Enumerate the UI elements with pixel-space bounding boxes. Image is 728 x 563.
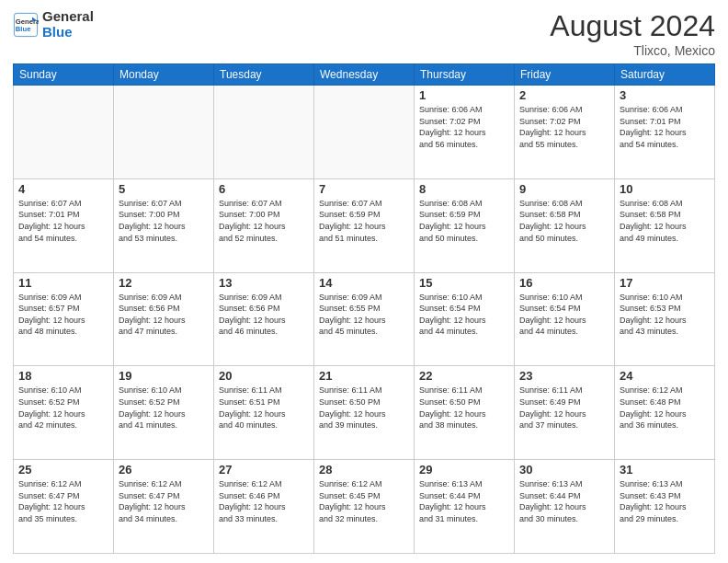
calendar-cell: 12Sunrise: 6:09 AM Sunset: 6:56 PM Dayli… bbox=[114, 272, 214, 366]
day-info: Sunrise: 6:10 AM Sunset: 6:53 PM Dayligh… bbox=[620, 292, 710, 338]
day-info: Sunrise: 6:10 AM Sunset: 6:54 PM Dayligh… bbox=[519, 292, 609, 338]
weekday-header-monday: Monday bbox=[114, 64, 214, 86]
day-number: 13 bbox=[219, 276, 309, 290]
day-number: 9 bbox=[519, 182, 609, 196]
day-number: 24 bbox=[620, 369, 710, 383]
svg-text:Blue: Blue bbox=[16, 25, 31, 33]
day-number: 22 bbox=[419, 369, 509, 383]
day-info: Sunrise: 6:06 AM Sunset: 7:02 PM Dayligh… bbox=[419, 104, 509, 150]
day-number: 29 bbox=[419, 463, 509, 477]
calendar-cell: 31Sunrise: 6:13 AM Sunset: 6:43 PM Dayli… bbox=[615, 460, 715, 554]
calendar-cell bbox=[314, 86, 415, 179]
calendar-table: SundayMondayTuesdayWednesdayThursdayFrid… bbox=[13, 63, 715, 554]
calendar-cell: 20Sunrise: 6:11 AM Sunset: 6:51 PM Dayli… bbox=[214, 366, 314, 460]
calendar-cell: 16Sunrise: 6:10 AM Sunset: 6:54 PM Dayli… bbox=[515, 272, 615, 366]
day-number: 15 bbox=[419, 276, 509, 290]
day-number: 7 bbox=[319, 182, 409, 196]
calendar-cell: 19Sunrise: 6:10 AM Sunset: 6:52 PM Dayli… bbox=[114, 366, 214, 460]
calendar-cell: 3Sunrise: 6:06 AM Sunset: 7:01 PM Daylig… bbox=[615, 86, 715, 179]
day-info: Sunrise: 6:11 AM Sunset: 6:50 PM Dayligh… bbox=[319, 385, 409, 431]
day-info: Sunrise: 6:12 AM Sunset: 6:46 PM Dayligh… bbox=[219, 478, 309, 524]
calendar-cell: 4Sunrise: 6:07 AM Sunset: 7:01 PM Daylig… bbox=[14, 178, 114, 272]
calendar-cell: 9Sunrise: 6:08 AM Sunset: 6:58 PM Daylig… bbox=[515, 178, 615, 272]
day-number: 16 bbox=[519, 276, 609, 290]
title-block: August 2024 Tlixco, Mexico bbox=[550, 9, 715, 58]
day-info: Sunrise: 6:11 AM Sunset: 6:51 PM Dayligh… bbox=[219, 385, 309, 431]
day-info: Sunrise: 6:07 AM Sunset: 7:00 PM Dayligh… bbox=[219, 198, 309, 244]
calendar-cell: 22Sunrise: 6:11 AM Sunset: 6:50 PM Dayli… bbox=[415, 366, 515, 460]
day-number: 31 bbox=[620, 463, 710, 477]
day-info: Sunrise: 6:09 AM Sunset: 6:56 PM Dayligh… bbox=[119, 292, 209, 338]
location: Tlixco, Mexico bbox=[550, 43, 715, 58]
calendar-cell: 26Sunrise: 6:12 AM Sunset: 6:47 PM Dayli… bbox=[114, 460, 214, 554]
calendar-cell bbox=[14, 86, 114, 179]
day-number: 5 bbox=[119, 182, 209, 196]
calendar-cell: 6Sunrise: 6:07 AM Sunset: 7:00 PM Daylig… bbox=[214, 178, 314, 272]
calendar-row-3: 18Sunrise: 6:10 AM Sunset: 6:52 PM Dayli… bbox=[14, 366, 715, 460]
day-number: 8 bbox=[419, 182, 509, 196]
weekday-header-friday: Friday bbox=[515, 64, 615, 86]
day-number: 18 bbox=[18, 369, 108, 383]
calendar-cell: 24Sunrise: 6:12 AM Sunset: 6:48 PM Dayli… bbox=[615, 366, 715, 460]
calendar-cell: 27Sunrise: 6:12 AM Sunset: 6:46 PM Dayli… bbox=[214, 460, 314, 554]
day-number: 17 bbox=[620, 276, 710, 290]
day-number: 27 bbox=[219, 463, 309, 477]
day-info: Sunrise: 6:10 AM Sunset: 6:52 PM Dayligh… bbox=[119, 385, 209, 431]
day-info: Sunrise: 6:13 AM Sunset: 6:44 PM Dayligh… bbox=[419, 478, 509, 524]
calendar-cell: 23Sunrise: 6:11 AM Sunset: 6:49 PM Dayli… bbox=[515, 366, 615, 460]
calendar-cell bbox=[214, 86, 314, 179]
weekday-header-tuesday: Tuesday bbox=[214, 64, 314, 86]
day-number: 3 bbox=[620, 88, 710, 102]
day-number: 19 bbox=[119, 369, 209, 383]
day-info: Sunrise: 6:12 AM Sunset: 6:47 PM Dayligh… bbox=[18, 478, 108, 524]
calendar-cell: 30Sunrise: 6:13 AM Sunset: 6:44 PM Dayli… bbox=[515, 460, 615, 554]
calendar-cell: 17Sunrise: 6:10 AM Sunset: 6:53 PM Dayli… bbox=[615, 272, 715, 366]
weekday-header-sunday: Sunday bbox=[14, 64, 114, 86]
weekday-header-thursday: Thursday bbox=[415, 64, 515, 86]
day-number: 30 bbox=[519, 463, 609, 477]
calendar-cell: 1Sunrise: 6:06 AM Sunset: 7:02 PM Daylig… bbox=[415, 86, 515, 179]
day-info: Sunrise: 6:09 AM Sunset: 6:55 PM Dayligh… bbox=[319, 292, 409, 338]
day-info: Sunrise: 6:08 AM Sunset: 6:58 PM Dayligh… bbox=[620, 198, 710, 244]
calendar-cell: 15Sunrise: 6:10 AM Sunset: 6:54 PM Dayli… bbox=[415, 272, 515, 366]
day-number: 11 bbox=[18, 276, 108, 290]
weekday-header-saturday: Saturday bbox=[615, 64, 715, 86]
weekday-header-wednesday: Wednesday bbox=[314, 64, 415, 86]
day-number: 4 bbox=[18, 182, 108, 196]
calendar-cell: 21Sunrise: 6:11 AM Sunset: 6:50 PM Dayli… bbox=[314, 366, 415, 460]
day-info: Sunrise: 6:12 AM Sunset: 6:45 PM Dayligh… bbox=[319, 478, 409, 524]
day-number: 28 bbox=[319, 463, 409, 477]
calendar-cell: 8Sunrise: 6:08 AM Sunset: 6:59 PM Daylig… bbox=[415, 178, 515, 272]
calendar-cell bbox=[114, 86, 214, 179]
calendar-cell: 25Sunrise: 6:12 AM Sunset: 6:47 PM Dayli… bbox=[14, 460, 114, 554]
calendar-cell: 28Sunrise: 6:12 AM Sunset: 6:45 PM Dayli… bbox=[314, 460, 415, 554]
svg-text:General: General bbox=[16, 17, 39, 25]
calendar-row-1: 4Sunrise: 6:07 AM Sunset: 7:01 PM Daylig… bbox=[14, 178, 715, 272]
calendar-cell: 18Sunrise: 6:10 AM Sunset: 6:52 PM Dayli… bbox=[14, 366, 114, 460]
calendar-row-0: 1Sunrise: 6:06 AM Sunset: 7:02 PM Daylig… bbox=[14, 86, 715, 179]
calendar-cell: 29Sunrise: 6:13 AM Sunset: 6:44 PM Dayli… bbox=[415, 460, 515, 554]
day-number: 21 bbox=[319, 369, 409, 383]
day-info: Sunrise: 6:13 AM Sunset: 6:43 PM Dayligh… bbox=[620, 478, 710, 524]
day-info: Sunrise: 6:07 AM Sunset: 6:59 PM Dayligh… bbox=[319, 198, 409, 244]
logo-text: General Blue bbox=[42, 9, 94, 40]
calendar-cell: 11Sunrise: 6:09 AM Sunset: 6:57 PM Dayli… bbox=[14, 272, 114, 366]
day-info: Sunrise: 6:12 AM Sunset: 6:48 PM Dayligh… bbox=[620, 385, 710, 431]
month-title: August 2024 bbox=[550, 9, 715, 43]
day-info: Sunrise: 6:08 AM Sunset: 6:59 PM Dayligh… bbox=[419, 198, 509, 244]
logo: General Blue General Blue bbox=[13, 9, 94, 40]
day-info: Sunrise: 6:11 AM Sunset: 6:50 PM Dayligh… bbox=[419, 385, 509, 431]
day-number: 23 bbox=[519, 369, 609, 383]
calendar-cell: 2Sunrise: 6:06 AM Sunset: 7:02 PM Daylig… bbox=[515, 86, 615, 179]
day-number: 26 bbox=[119, 463, 209, 477]
day-info: Sunrise: 6:06 AM Sunset: 7:01 PM Dayligh… bbox=[620, 104, 710, 150]
day-number: 6 bbox=[219, 182, 309, 196]
day-number: 25 bbox=[18, 463, 108, 477]
page: General Blue General Blue August 2024 Tl… bbox=[0, 0, 728, 563]
calendar-cell: 13Sunrise: 6:09 AM Sunset: 6:56 PM Dayli… bbox=[214, 272, 314, 366]
day-number: 10 bbox=[620, 182, 710, 196]
day-info: Sunrise: 6:08 AM Sunset: 6:58 PM Dayligh… bbox=[519, 198, 609, 244]
day-info: Sunrise: 6:06 AM Sunset: 7:02 PM Dayligh… bbox=[519, 104, 609, 150]
day-info: Sunrise: 6:12 AM Sunset: 6:47 PM Dayligh… bbox=[119, 478, 209, 524]
calendar-cell: 14Sunrise: 6:09 AM Sunset: 6:55 PM Dayli… bbox=[314, 272, 415, 366]
